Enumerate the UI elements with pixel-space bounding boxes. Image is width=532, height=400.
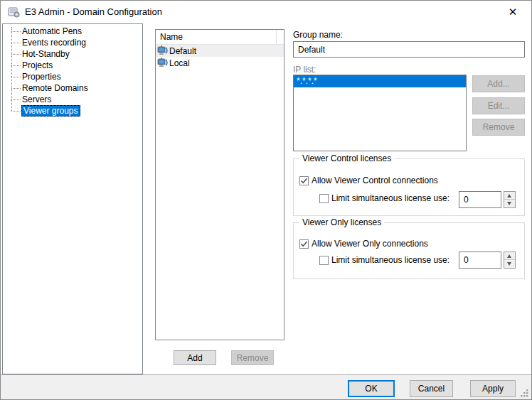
ip-edit-label: Edit... xyxy=(473,101,524,111)
apply-button[interactable]: Apply xyxy=(470,380,516,397)
list-item-label: Default xyxy=(169,46,196,56)
arrow-down-icon xyxy=(507,202,511,205)
app-icon xyxy=(8,6,21,18)
tree-connector xyxy=(11,43,21,43)
ip-remove-label: Remove xyxy=(473,122,524,132)
tree-connector xyxy=(11,99,21,100)
list-item-default[interactable]: Default xyxy=(156,45,284,57)
limit-license-checkbox[interactable] xyxy=(319,194,329,203)
viewer-group-icon xyxy=(157,58,168,68)
ip-list-label: IP list: xyxy=(293,65,316,75)
tree-connector xyxy=(11,31,21,32)
viewer-groups-list: Name Default Local xyxy=(155,29,284,340)
allow-viewer-only-label: Allow Viewer Only connections xyxy=(312,239,428,249)
ip-list-selected-row[interactable]: *.*.*.* xyxy=(294,75,466,87)
list-item-label: Local xyxy=(169,58,190,68)
spin-down-button[interactable] xyxy=(504,260,515,268)
add-group-button[interactable]: Add xyxy=(174,350,216,365)
limit-license-label: Limit simultaneous license use: xyxy=(331,255,449,265)
title-bar: E3 Admin - Domain Configuration ✕ xyxy=(1,1,531,23)
ip-listbox[interactable]: *.*.*.* xyxy=(293,75,467,151)
remove-group-button: Remove xyxy=(231,350,274,365)
limit-license-label: Limit simultaneous license use: xyxy=(331,193,449,203)
sidebar-item-properties[interactable]: Properties xyxy=(3,71,142,82)
allow-viewer-control-checkbox[interactable] xyxy=(299,176,309,185)
sidebar-item-viewer-groups[interactable]: Viewer groups xyxy=(3,105,142,117)
close-button[interactable]: ✕ xyxy=(499,1,527,23)
sidebar-item-hot-standby[interactable]: Hot-Standby xyxy=(3,48,142,60)
name-column-header: Name xyxy=(160,32,183,42)
group-name-label: Group name: xyxy=(293,30,343,40)
tree-connector xyxy=(11,88,21,89)
arrow-up-icon xyxy=(507,194,511,198)
allow-viewer-control-label: Allow Viewer Control connections xyxy=(312,175,438,185)
spin-down-button[interactable] xyxy=(504,200,515,207)
ip-add-button: Add... xyxy=(472,75,525,92)
ok-label: OK xyxy=(349,384,393,394)
resize-grip-icon[interactable] xyxy=(520,389,529,398)
footer-bar: OK Cancel Apply xyxy=(1,375,531,400)
viewer-control-title: Viewer Control licenses xyxy=(299,153,394,163)
tree-connector xyxy=(11,77,21,77)
sidebar-item-remote-domains[interactable]: Remote Domains xyxy=(3,82,142,94)
list-item-local[interactable]: Local xyxy=(156,57,284,69)
spin-up-button[interactable] xyxy=(504,252,515,260)
sidebar-item-label: Hot-Standby xyxy=(22,48,70,60)
check-icon xyxy=(300,177,308,185)
limit-license-checkbox[interactable] xyxy=(319,256,329,265)
viewer-group-icon xyxy=(157,45,168,56)
license-count-stepper[interactable] xyxy=(504,191,516,208)
ip-edit-button: Edit... xyxy=(472,97,525,114)
config-tree: Automatic Pens Events recording Hot-Stan… xyxy=(2,23,143,374)
sidebar-item-events-recording[interactable]: Events recording xyxy=(3,37,142,48)
group-name-input[interactable] xyxy=(293,41,525,58)
sidebar-item-label: Automatic Pens xyxy=(22,26,82,37)
ip-add-label: Add... xyxy=(473,79,524,89)
allow-viewer-only-checkbox[interactable] xyxy=(299,239,309,249)
sidebar-item-label-selected: Viewer groups xyxy=(21,105,80,117)
cancel-button[interactable]: Cancel xyxy=(410,380,453,397)
cancel-label: Cancel xyxy=(410,384,452,394)
sidebar-item-projects[interactable]: Projects xyxy=(3,60,142,71)
window-title: E3 Admin - Domain Configuration xyxy=(25,6,162,17)
sidebar-item-label: Projects xyxy=(22,60,53,71)
tree-connector xyxy=(11,111,21,112)
column-divider[interactable] xyxy=(276,30,277,45)
ip-remove-button: Remove xyxy=(472,119,525,136)
viewer-only-title: Viewer Only licenses xyxy=(299,217,384,227)
sidebar-item-automatic-pens[interactable]: Automatic Pens xyxy=(3,26,142,37)
arrow-down-icon xyxy=(507,262,511,266)
ok-button[interactable]: OK xyxy=(348,380,395,397)
dialog-window: E3 Admin - Domain Configuration ✕ Automa… xyxy=(0,0,532,400)
viewer-only-groupbox: Viewer Only licenses Allow Viewer Only c… xyxy=(293,222,525,279)
sidebar-item-servers[interactable]: Servers xyxy=(3,94,142,105)
check-icon xyxy=(300,240,308,248)
sidebar-item-label: Remote Domains xyxy=(22,82,88,94)
list-header[interactable]: Name xyxy=(156,30,284,45)
arrow-up-icon xyxy=(507,254,511,258)
tree-connector xyxy=(11,65,21,66)
sidebar-item-label: Servers xyxy=(22,94,51,105)
license-count-stepper[interactable] xyxy=(504,252,516,269)
apply-label: Apply xyxy=(471,384,515,394)
license-count-input[interactable]: 0 xyxy=(459,191,501,208)
add-group-label: Add xyxy=(174,352,216,362)
remove-group-label: Remove xyxy=(232,352,273,362)
sidebar-item-label: Events recording xyxy=(22,37,86,48)
spin-up-button[interactable] xyxy=(504,192,515,200)
viewer-control-groupbox: Viewer Control licenses Allow Viewer Con… xyxy=(293,158,525,216)
sidebar-item-label: Properties xyxy=(22,71,61,82)
license-count-input[interactable]: 0 xyxy=(459,252,501,269)
tree-connector xyxy=(11,54,21,55)
